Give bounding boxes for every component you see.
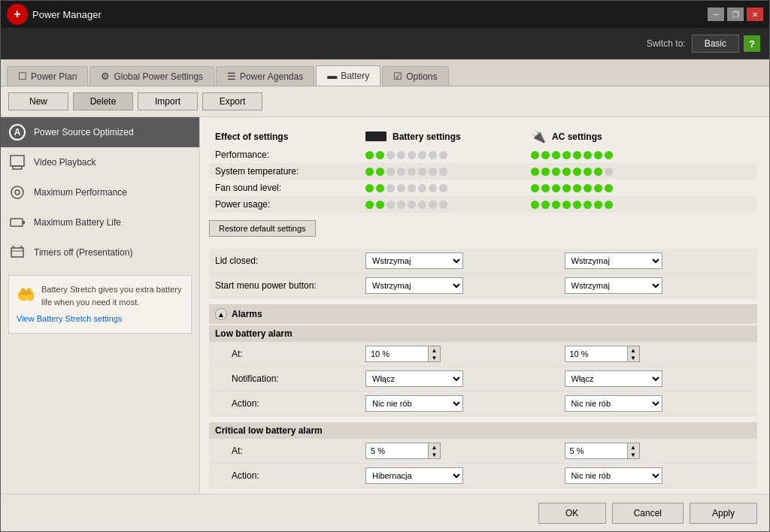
spinbox-down-button[interactable]: ▼ xyxy=(627,451,639,458)
close-button[interactable]: ✕ xyxy=(747,8,763,21)
spinbox-up-button[interactable]: ▲ xyxy=(627,443,639,451)
export-button[interactable]: Export xyxy=(202,92,262,110)
spinbox-down-button[interactable]: ▼ xyxy=(627,354,639,361)
power-ac-dots xyxy=(525,196,757,213)
dot xyxy=(531,184,539,192)
svg-rect-8 xyxy=(11,248,23,257)
dot xyxy=(439,184,447,192)
sys-temp-battery-dots xyxy=(359,163,525,180)
notification-battery-dropdown[interactable]: Włącz Wyłącz xyxy=(365,370,463,387)
perf-battery-dots xyxy=(359,147,525,163)
fan-battery-dots-container xyxy=(365,184,519,192)
dot xyxy=(365,184,374,192)
tab-battery[interactable]: ▬ Battery xyxy=(316,65,380,86)
dot xyxy=(541,151,550,159)
window-title: Power Manager xyxy=(32,9,708,20)
lid-ac-dropdown[interactable]: Wstrzymaj Hibernacja Wyłącz xyxy=(565,252,662,269)
notification-ac-dropdown[interactable]: Włącz Wyłącz xyxy=(565,370,662,387)
spinbox-up-button[interactable]: ▲ xyxy=(627,346,639,354)
tab-agendas-label: Power Agendas xyxy=(240,71,303,82)
dot xyxy=(439,151,447,159)
critical-action-ac-dropdown[interactable]: Nic nie rób Hibernacja Wstrzymaj xyxy=(565,467,662,484)
critical-at-ac-cell: 5 % ▲ ▼ xyxy=(559,439,758,464)
critical-battery-alarm-header: Critical low battery alarm xyxy=(209,422,757,439)
switch-basic-button[interactable]: Basic xyxy=(692,35,739,53)
import-button[interactable]: Import xyxy=(138,92,198,110)
tab-global-power-settings[interactable]: ⚙ Global Power Settings xyxy=(89,66,214,86)
spinbox-up-button[interactable]: ▲ xyxy=(428,443,440,451)
critical-action-battery-dropdown[interactable]: Hibernacja Nic nie rób Wstrzymaj xyxy=(365,467,463,484)
restore-default-button[interactable]: Restore default settings xyxy=(209,220,316,237)
help-button[interactable]: ? xyxy=(744,35,760,52)
spinbox-down-button[interactable]: ▼ xyxy=(428,451,440,458)
apply-button[interactable]: Apply xyxy=(690,503,757,524)
dot xyxy=(605,201,613,209)
sidebar-item-power-source-optimized[interactable]: A Power Source Optimized xyxy=(1,117,199,147)
spinbox-buttons: ▲ ▼ xyxy=(428,443,440,458)
dot xyxy=(418,184,426,192)
svg-point-4 xyxy=(11,186,23,198)
dot xyxy=(573,184,581,192)
restore-button[interactable]: ❐ xyxy=(727,8,744,21)
max-performance-icon xyxy=(8,183,26,201)
start-battery-dropdown[interactable]: Wstrzymaj Hibernacja Wyłącz xyxy=(365,277,463,294)
tab-power-plan-label: Power Plan xyxy=(31,71,77,82)
svg-rect-6 xyxy=(11,219,23,226)
tab-power-plan[interactable]: ☐ Power Plan xyxy=(7,66,88,86)
critical-action-label: Action: xyxy=(209,464,359,488)
action-ac-dropdown[interactable]: Nic nie rób Hibernacja Wstrzymaj xyxy=(565,395,662,412)
footer: OK Cancel Apply xyxy=(1,494,769,531)
sidebar-item-maximum-performance[interactable]: Maximum Performance xyxy=(1,177,199,207)
sidebar-item-video-playback[interactable]: Video Playback xyxy=(1,147,199,177)
sidebar-video-label: Video Playback xyxy=(34,157,96,168)
dot xyxy=(552,184,560,192)
dot xyxy=(531,168,539,176)
dot xyxy=(531,151,539,159)
sidebar-item-maximum-battery-life[interactable]: Maximum Battery Life xyxy=(1,207,199,237)
dot xyxy=(562,151,571,159)
table-row: Action: Hibernacja Nic nie rób Wstrzymaj… xyxy=(209,464,757,488)
dot xyxy=(584,151,592,159)
power-ac-dots-container xyxy=(531,201,751,209)
video-playback-icon xyxy=(8,153,26,171)
delete-button[interactable]: Delete xyxy=(73,92,133,110)
table-row: Lid closed: Wstrzymaj Hibernacja Wyłącz … xyxy=(209,249,757,274)
minimize-button[interactable]: ─ xyxy=(708,8,724,21)
dot xyxy=(429,184,437,192)
start-menu-label: Start menu power button: xyxy=(209,274,359,298)
power-battery-dots xyxy=(359,196,525,213)
dot xyxy=(594,168,602,176)
sidebar-item-timers-off[interactable]: Timers off (Presentation) xyxy=(1,237,199,268)
table-row: At: 5 % ▲ ▼ 5 xyxy=(209,439,757,464)
dot xyxy=(376,184,384,192)
toolbar: New Delete Import Export xyxy=(1,86,769,117)
dot xyxy=(584,168,592,176)
low-battery-alarm-header: Low battery alarm xyxy=(209,325,757,342)
lid-battery-dropdown[interactable]: Wstrzymaj Hibernacja Wyłącz xyxy=(365,252,463,269)
new-button[interactable]: New xyxy=(8,92,68,110)
dot xyxy=(573,168,581,176)
spinbox-buttons: ▲ ▼ xyxy=(627,346,639,361)
action-battery-dropdown[interactable]: Nic nie rób Hibernacja Wstrzymaj xyxy=(365,395,463,412)
critical-at-battery-cell: 5 % ▲ ▼ xyxy=(359,439,559,464)
tab-options[interactable]: ☑ Options xyxy=(382,66,448,86)
ok-button[interactable]: OK xyxy=(538,503,606,524)
tab-power-agendas[interactable]: ☰ Power Agendas xyxy=(216,66,314,86)
svg-rect-2 xyxy=(11,156,24,166)
spinbox-down-button[interactable]: ▼ xyxy=(428,354,440,361)
content-scroll-wrap: Effect of settings Battery settings 🔌 xyxy=(200,117,769,494)
battery-stretch-link[interactable]: View Battery Stretch settings xyxy=(17,314,122,323)
spinbox-buttons: ▲ ▼ xyxy=(428,346,440,361)
start-ac-dropdown[interactable]: Wstrzymaj Hibernacja Wyłącz xyxy=(565,277,662,294)
spinbox-up-button[interactable]: ▲ xyxy=(428,346,440,354)
battery-header-content: Battery settings xyxy=(365,131,519,142)
power-plan-icon: ☐ xyxy=(18,71,27,82)
svg-rect-7 xyxy=(23,221,25,224)
table-row: Action: Nic nie rób Hibernacja Wstrzymaj… xyxy=(209,391,757,416)
dot xyxy=(408,184,416,192)
alarms-label: Alarms xyxy=(232,309,262,319)
alarms-collapse-button[interactable]: ▲ xyxy=(215,308,227,320)
cancel-button[interactable]: Cancel xyxy=(612,503,684,524)
battery-stretch-text: Battery Stretch gives you extra battery … xyxy=(41,285,181,307)
dot xyxy=(365,151,374,159)
